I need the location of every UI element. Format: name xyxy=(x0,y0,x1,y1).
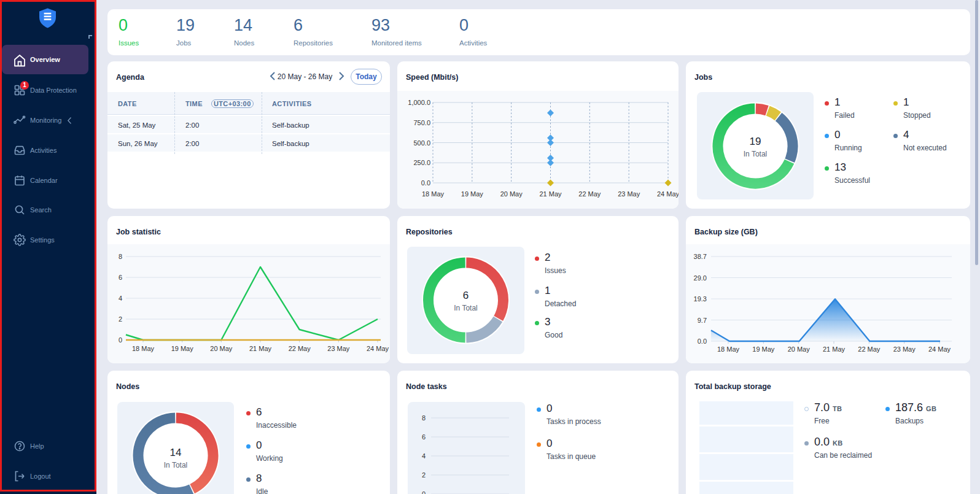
svg-text:22 May: 22 May xyxy=(858,345,881,353)
svg-text:0.0: 0.0 xyxy=(698,338,707,345)
svg-text:19 May: 19 May xyxy=(461,190,484,198)
svg-text:24 May: 24 May xyxy=(657,190,679,198)
svg-text:6: 6 xyxy=(119,274,122,281)
svg-text:29.0: 29.0 xyxy=(694,274,707,282)
svg-text:23 May: 23 May xyxy=(327,345,350,352)
svg-text:18 May: 18 May xyxy=(717,345,740,353)
svg-text:21 May: 21 May xyxy=(249,345,272,352)
svg-text:21 May: 21 May xyxy=(823,345,846,353)
svg-text:23 May: 23 May xyxy=(618,190,640,198)
svg-text:2: 2 xyxy=(422,471,426,479)
svg-text:38.7: 38.7 xyxy=(694,253,707,260)
svg-text:19 May: 19 May xyxy=(752,345,775,353)
svg-text:250.0: 250.0 xyxy=(413,159,430,166)
svg-text:6: 6 xyxy=(422,433,426,441)
svg-text:18 May: 18 May xyxy=(132,345,155,352)
svg-text:0.0: 0.0 xyxy=(421,179,430,187)
svg-text:750.0: 750.0 xyxy=(413,119,430,126)
svg-text:0: 0 xyxy=(422,490,426,494)
svg-text:8: 8 xyxy=(119,253,122,260)
svg-text:0: 0 xyxy=(119,336,122,344)
svg-text:22 May: 22 May xyxy=(578,190,601,198)
svg-text:23 May: 23 May xyxy=(893,345,916,353)
svg-text:19 May: 19 May xyxy=(171,345,194,352)
svg-text:8: 8 xyxy=(422,414,426,422)
svg-text:4: 4 xyxy=(422,452,426,460)
svg-text:1,000.0: 1,000.0 xyxy=(408,99,430,106)
svg-text:20 May: 20 May xyxy=(788,345,811,353)
svg-text:9.7: 9.7 xyxy=(698,317,707,324)
svg-text:20 May: 20 May xyxy=(210,345,233,352)
svg-text:19.3: 19.3 xyxy=(694,295,707,303)
svg-text:24 May: 24 May xyxy=(928,345,951,353)
svg-text:4: 4 xyxy=(119,295,122,302)
svg-text:24 May: 24 May xyxy=(367,345,389,352)
svg-text:20 May: 20 May xyxy=(500,190,523,198)
svg-text:2: 2 xyxy=(119,315,122,323)
svg-text:21 May: 21 May xyxy=(539,190,562,198)
svg-text:22 May: 22 May xyxy=(289,345,311,352)
svg-text:18 May: 18 May xyxy=(422,190,445,198)
svg-text:500.0: 500.0 xyxy=(413,139,430,147)
